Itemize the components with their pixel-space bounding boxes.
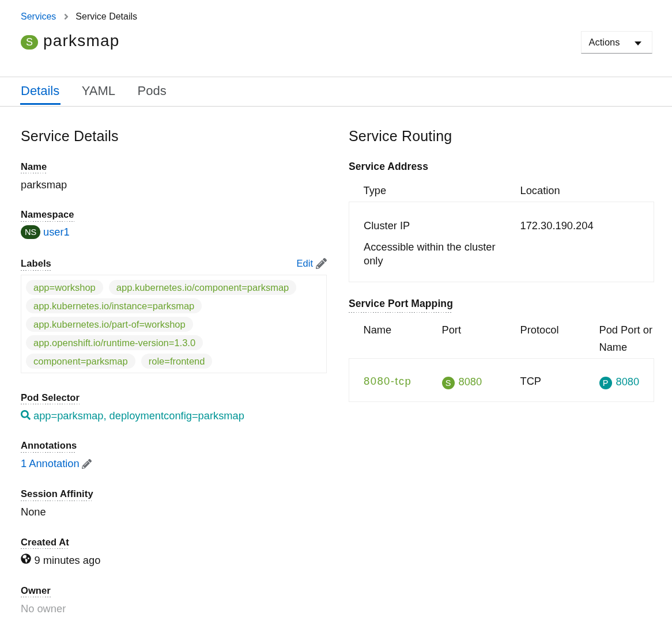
field-labels: Labels Edit app=workshop app.kubernetes.…	[21, 257, 327, 373]
title-row: S parksmap Actions	[21, 29, 652, 54]
labels-box: app=workshop app.kubernetes.io/component…	[21, 275, 327, 373]
caret-down-icon	[635, 41, 641, 46]
namespace-link[interactable]: user1	[43, 225, 70, 239]
field-created-at-value: 9 minutes ago	[21, 553, 327, 567]
pod-port-number: 8080	[616, 375, 640, 389]
breadcrumb: Services Service Details	[21, 12, 652, 21]
field-pod-selector: Pod Selector app=parksmap, deploymentcon…	[21, 392, 327, 423]
field-annotations-label: Annotations	[21, 439, 327, 452]
globe-icon	[21, 553, 31, 564]
field-namespace: Namespace NS user1	[21, 208, 327, 239]
port-name: 8080-tcp	[349, 358, 428, 401]
field-annotations-value: 1 Annotation	[21, 457, 327, 471]
address-location: 172.30.190.204	[506, 202, 654, 282]
label-chip[interactable]: app=workshop	[26, 280, 103, 295]
port-number: 8080	[459, 375, 482, 389]
actions-button-label: Actions	[588, 37, 620, 48]
service-badge: S	[21, 35, 38, 50]
namespace-badge: NS	[21, 225, 40, 239]
field-session-affinity-value: None	[21, 505, 327, 519]
pod-selector-link[interactable]: app=parksmap, deploymentconfig=parksmap	[21, 409, 327, 423]
port-mapping-table: Name Port Protocol Pod Port or Name 8080…	[349, 321, 654, 402]
label-chip[interactable]: app.openshift.io/runtime-version=1.3.0	[26, 335, 203, 350]
label-chip[interactable]: role=frontend	[141, 354, 213, 369]
pencil-icon	[316, 258, 327, 269]
ports-col-protocol: Protocol	[506, 321, 585, 359]
field-owner: Owner No owner	[21, 585, 327, 616]
address-col-type: Type	[349, 184, 506, 202]
pod-selector-text: app=parksmap, deploymentconfig=parksmap	[33, 409, 244, 423]
address-row: Cluster IP Accessible within the cluster…	[349, 202, 654, 282]
field-annotations: Annotations 1 Annotation	[21, 439, 327, 471]
field-owner-value: No owner	[21, 602, 327, 616]
actions-button[interactable]: Actions	[581, 31, 652, 54]
port-mapping-heading: Service Port Mapping	[349, 298, 654, 313]
tab-details[interactable]: Details	[21, 77, 59, 106]
breadcrumb-link-services[interactable]: Services	[21, 12, 56, 21]
service-badge-small: S	[442, 377, 455, 389]
page-title: S parksmap	[21, 31, 120, 51]
annotations-link[interactable]: 1 Annotation	[21, 457, 327, 471]
field-namespace-value: NS user1	[21, 225, 327, 239]
ports-col-port: Port	[428, 321, 506, 359]
created-at-text: 9 minutes ago	[35, 553, 101, 567]
label-chip[interactable]: app.kubernetes.io/component=parksmap	[109, 280, 296, 295]
port-protocol: TCP	[506, 358, 585, 401]
labels-edit-link[interactable]: Edit	[297, 257, 327, 269]
field-labels-label: Labels Edit	[21, 257, 327, 270]
service-routing-heading: Service Routing	[349, 127, 654, 145]
pod-badge-small: P	[599, 377, 612, 389]
service-details-section: Service Details Name parksmap Namespace …	[21, 107, 327, 618]
chevron-right-icon	[63, 12, 69, 21]
label-chip[interactable]: app.kubernetes.io/instance=parksmap	[26, 298, 202, 313]
label-chip[interactable]: component=parksmap	[26, 354, 135, 369]
address-col-location: Location	[506, 184, 654, 202]
field-namespace-label: Namespace	[21, 208, 327, 221]
breadcrumb-current: Service Details	[75, 12, 137, 21]
pencil-icon	[82, 459, 92, 469]
field-created-at: Created At 9 minutes ago	[21, 536, 327, 567]
field-owner-label: Owner	[21, 585, 327, 597]
tab-bar: Details YAML Pods	[0, 77, 672, 107]
labels-edit-label: Edit	[297, 257, 313, 269]
ports-col-pod-port: Pod Port or Name	[585, 321, 654, 359]
field-created-at-label: Created At	[21, 536, 327, 548]
tab-pods[interactable]: Pods	[138, 77, 167, 106]
annotations-link-text: 1 Annotation	[21, 457, 80, 471]
page-header: Services Service Details S parksmap Acti…	[0, 0, 672, 54]
ports-col-name: Name	[349, 321, 428, 359]
details-list: Name parksmap Namespace NS user1 Labels …	[21, 161, 327, 616]
service-address-table: Type Location Cluster IP Accessible with…	[349, 184, 654, 282]
field-labels-value: app=workshop app.kubernetes.io/component…	[21, 275, 327, 373]
service-routing-section: Service Routing Service Address Type Loc…	[349, 107, 654, 618]
field-pod-selector-label: Pod Selector	[21, 392, 327, 404]
port-row: 8080-tcp S 8080 TCP P 8080	[349, 358, 654, 401]
field-name-value: parksmap	[21, 178, 327, 192]
field-pod-selector-value: app=parksmap, deploymentconfig=parksmap	[21, 409, 327, 423]
field-name-label: Name	[21, 161, 327, 173]
service-address-heading: Service Address	[349, 161, 654, 173]
search-icon	[21, 410, 31, 420]
page-title-text: parksmap	[43, 31, 120, 51]
address-note: Accessible within the cluster only	[364, 240, 500, 267]
service-details-heading: Service Details	[21, 127, 327, 145]
main-content: Service Details Name parksmap Namespace …	[0, 107, 672, 618]
field-session-affinity: Session Affinity None	[21, 488, 327, 519]
breadcrumb-separator	[63, 12, 69, 21]
label-chip[interactable]: app.kubernetes.io/part-of=workshop	[26, 317, 193, 332]
tab-yaml[interactable]: YAML	[82, 77, 115, 106]
field-name: Name parksmap	[21, 161, 327, 192]
field-session-affinity-label: Session Affinity	[21, 488, 327, 500]
address-type: Cluster IP	[364, 219, 500, 233]
